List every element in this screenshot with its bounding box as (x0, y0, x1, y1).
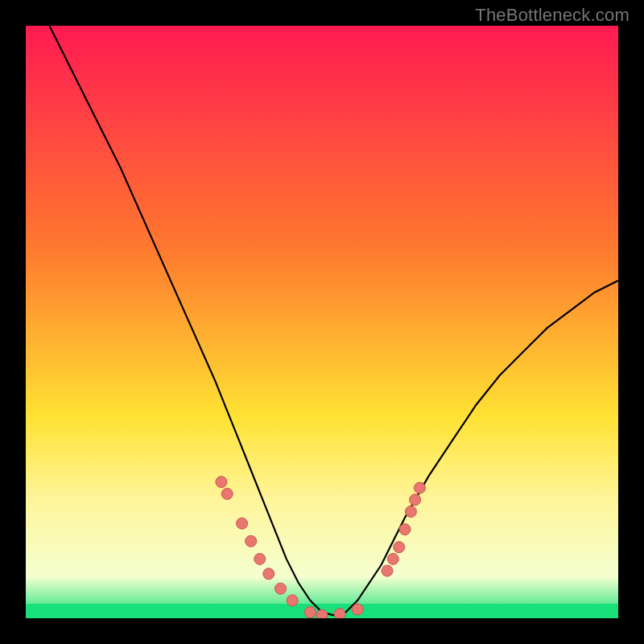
watermark: TheBottleneck.com (475, 5, 630, 26)
data-point (414, 482, 425, 493)
data-point (275, 583, 287, 594)
data-point (352, 604, 363, 615)
data-point (254, 553, 266, 564)
data-point (246, 535, 257, 547)
data-point (334, 609, 345, 618)
data-point (216, 477, 227, 488)
data-point (316, 609, 328, 618)
bottleneck-chart (26, 26, 618, 618)
data-point (394, 542, 405, 553)
chart-frame (26, 26, 618, 618)
data-point (387, 553, 398, 564)
data-point (304, 607, 316, 618)
data-point (399, 524, 411, 535)
data-point (287, 595, 298, 606)
data-point (237, 518, 248, 529)
data-point (221, 488, 233, 499)
data-point (410, 494, 421, 506)
gradient-bg (26, 26, 618, 618)
data-point (382, 565, 393, 576)
data-point (263, 568, 275, 580)
data-point (405, 506, 416, 518)
